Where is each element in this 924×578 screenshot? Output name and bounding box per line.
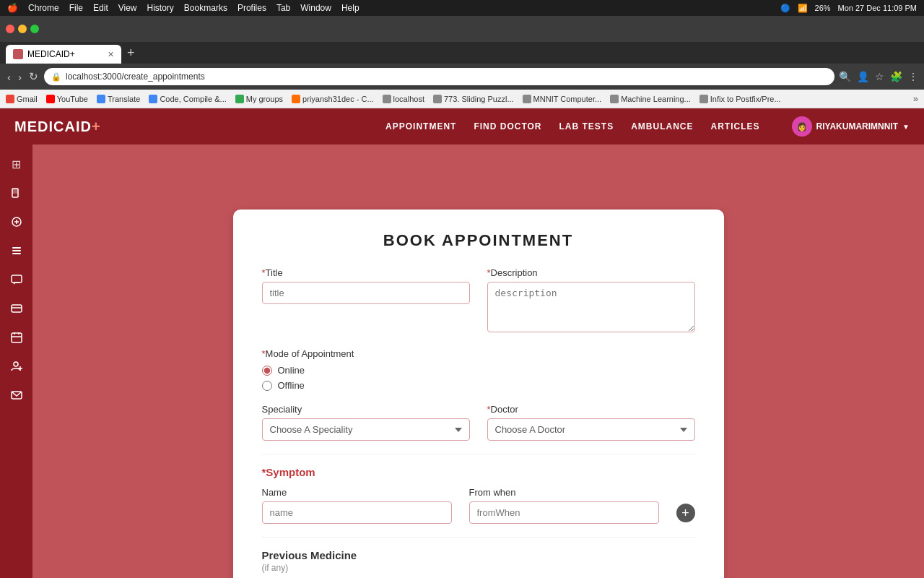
mac-menu: 🍎 Chrome File Edit View History Bookmark…: [7, 3, 359, 13]
symptom-section: *Symptom Name From when +: [262, 466, 695, 524]
bookmark-infix-label: Infix to Postfix/Pre...: [710, 95, 781, 103]
mode-online-option: Online: [262, 365, 695, 376]
tab-close-button[interactable]: ✕: [108, 50, 114, 59]
bookmark-mnnit[interactable]: MNNIT Computer...: [523, 95, 602, 103]
gmail-favicon: [6, 95, 14, 103]
extensions-icon[interactable]: 🧩: [890, 71, 902, 82]
bluetooth-icon: 🔵: [780, 4, 790, 13]
menu-icon[interactable]: ⋮: [908, 71, 918, 82]
mnnit-favicon: [523, 95, 531, 103]
bookmark-icon[interactable]: ☆: [875, 71, 884, 82]
url-text[interactable]: localhost:3000/create_appointments: [66, 72, 205, 82]
content-wrapper: ⊞: [0, 144, 924, 578]
wifi-icon: 📶: [798, 4, 808, 13]
doctor-select[interactable]: Choose A Doctor: [487, 418, 695, 441]
title-input[interactable]: [262, 282, 470, 304]
back-button[interactable]: ‹: [6, 71, 12, 83]
sidebar: ⊞: [0, 144, 32, 578]
mode-section: *Mode of Appointment Online Offline: [262, 348, 695, 391]
symptom-name-input[interactable]: [262, 501, 452, 524]
svg-rect-7: [12, 253, 21, 254]
svg-rect-1: [12, 189, 18, 194]
bookmarks-menu[interactable]: Bookmarks: [184, 3, 227, 13]
view-menu[interactable]: View: [118, 3, 137, 13]
bookmark-priyansh[interactable]: priyansh31dec - C...: [292, 95, 373, 103]
title-label: *Title: [262, 267, 470, 278]
bookmark-gmail[interactable]: Gmail: [6, 95, 38, 103]
mode-offline-radio[interactable]: [262, 381, 272, 391]
nav-articles[interactable]: ARTICLES: [711, 121, 760, 131]
mygroups-favicon: [235, 95, 244, 103]
mode-offline-label: Offline: [278, 380, 305, 391]
file-menu[interactable]: File: [69, 3, 83, 13]
bookmark-localhost[interactable]: localhost: [383, 95, 424, 103]
bookmark-infix[interactable]: Infix to Postfix/Pre...: [699, 95, 781, 103]
battery-info: 26%: [815, 4, 831, 12]
sidebar-icon-card[interactable]: [6, 298, 27, 319]
bookmarks-more-button[interactable]: »: [913, 93, 918, 104]
mode-online-radio[interactable]: [262, 366, 272, 376]
sidebar-icon-list[interactable]: [6, 240, 27, 262]
bookmark-gmail-label: Gmail: [17, 95, 38, 103]
mode-offline-option: Offline: [262, 380, 695, 391]
address-bar[interactable]: 🔒 localhost:3000/create_appointments: [44, 68, 834, 85]
nav-find-doctor[interactable]: FIND DOCTOR: [474, 121, 541, 131]
sidebar-icon-plus[interactable]: [6, 211, 27, 233]
symptom-name-group: Name: [262, 487, 452, 524]
main-content: BOOK APPOINTMENT *Title *Description *Mo…: [32, 144, 924, 578]
maximize-window-button[interactable]: [30, 25, 39, 33]
history-menu[interactable]: History: [147, 3, 174, 13]
bookmark-youtube[interactable]: YouTube: [46, 95, 88, 103]
chrome-actions: 🔍 👤 ☆ 🧩 ⋮: [839, 71, 918, 82]
edit-menu[interactable]: Edit: [93, 3, 108, 13]
localhost-favicon: [383, 95, 391, 103]
tab-menu[interactable]: Tab: [276, 3, 290, 13]
nav-ambulance[interactable]: AMBULANCE: [631, 121, 693, 131]
tab-title: MEDICAID+: [27, 49, 75, 59]
svg-rect-11: [12, 333, 22, 342]
sidebar-icon-p[interactable]: [6, 182, 27, 204]
mac-os-bar: 🍎 Chrome File Edit View History Bookmark…: [0, 0, 924, 16]
youtube-favicon: [46, 95, 55, 103]
reload-button[interactable]: ↻: [27, 70, 40, 83]
chrome-menu: Chrome: [28, 3, 59, 13]
form-title: BOOK APPOINTMENT: [262, 231, 695, 250]
bookmark-mygroups[interactable]: My groups: [235, 95, 283, 103]
description-input[interactable]: [487, 282, 695, 332]
sidebar-icon-person-plus[interactable]: [6, 355, 27, 377]
sidebar-icon-grid[interactable]: ⊞: [6, 153, 27, 175]
bookmark-code[interactable]: Code, Compile &...: [149, 95, 226, 103]
new-tab-button[interactable]: +: [121, 46, 141, 61]
bookmark-773[interactable]: 773. Sliding Puzzl...: [433, 95, 514, 103]
priyansh-favicon: [292, 95, 300, 103]
add-symptom-button[interactable]: +: [676, 504, 695, 522]
tab-bar: MEDICAID+ ✕ +: [0, 42, 924, 64]
avatar: 👩: [792, 116, 812, 137]
window-menu[interactable]: Window: [300, 3, 331, 13]
minimize-window-button[interactable]: [18, 25, 27, 33]
mode-options: Online Offline: [262, 365, 695, 391]
traffic-lights[interactable]: [6, 25, 39, 33]
sidebar-icon-email[interactable]: [6, 384, 27, 406]
speciality-select[interactable]: Choose A Speciality: [262, 418, 470, 441]
title-description-row: *Title *Description: [262, 267, 695, 335]
svg-rect-9: [12, 305, 22, 312]
profiles-menu[interactable]: Profiles: [237, 3, 266, 13]
search-icon[interactable]: 🔍: [839, 71, 851, 82]
help-menu[interactable]: Help: [341, 3, 359, 13]
bookmark-ml[interactable]: Machine Learning...: [610, 95, 691, 103]
forward-button[interactable]: ›: [17, 71, 23, 83]
bookmark-translate-label: Translate: [108, 95, 140, 103]
close-window-button[interactable]: [6, 25, 14, 33]
sidebar-icon-chat[interactable]: [6, 269, 27, 290]
app-layout: MEDICAID+ APPOINTMENT FIND DOCTOR LAB TE…: [0, 108, 924, 578]
active-tab[interactable]: MEDICAID+ ✕: [6, 45, 121, 64]
description-required-star: *: [487, 267, 491, 278]
nav-appointment[interactable]: APPOINTMENT: [385, 121, 456, 131]
account-icon[interactable]: 👤: [857, 71, 869, 82]
sidebar-icon-calendar[interactable]: [6, 327, 27, 348]
symptom-from-input[interactable]: [469, 501, 659, 524]
nav-lab-tests[interactable]: LAB TESTS: [559, 121, 614, 131]
user-menu[interactable]: 👩 RIYAKUMARIMNNIT ▼: [792, 116, 910, 137]
bookmark-translate[interactable]: Translate: [97, 95, 140, 103]
